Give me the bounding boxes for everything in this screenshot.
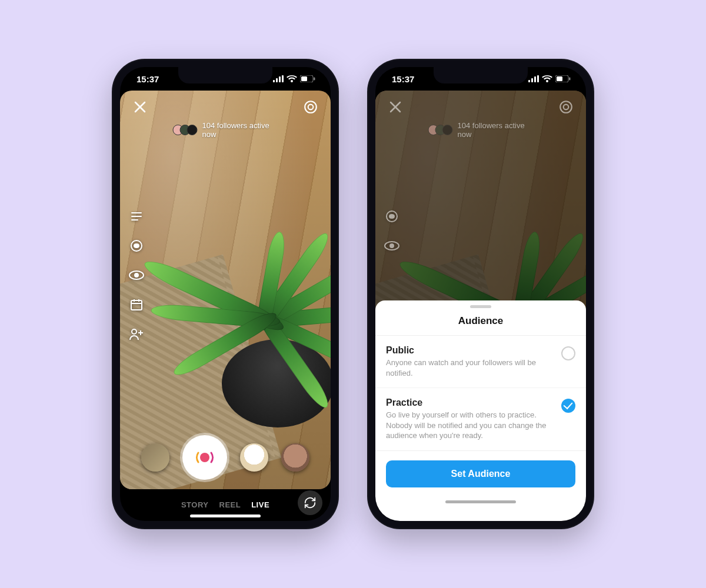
donate-tool-icon[interactable] bbox=[128, 238, 145, 254]
svg-rect-27 bbox=[534, 76, 536, 82]
schedule-tool-icon[interactable] bbox=[128, 296, 145, 313]
option-title: Practice bbox=[386, 397, 554, 408]
svg-rect-3 bbox=[282, 75, 284, 82]
mode-live[interactable]: LIVE bbox=[251, 500, 269, 509]
media-gallery-thumb[interactable] bbox=[141, 443, 169, 472]
svg-rect-6 bbox=[314, 78, 315, 81]
svg-rect-31 bbox=[569, 78, 571, 81]
audience-tool-icon[interactable] bbox=[384, 238, 400, 254]
status-time: 15:37 bbox=[136, 74, 159, 84]
close-icon[interactable] bbox=[131, 98, 149, 116]
settings-gear-icon[interactable] bbox=[301, 98, 320, 116]
sheet-title: Audience bbox=[375, 313, 586, 336]
mode-story[interactable]: STORY bbox=[181, 500, 209, 509]
svg-point-16 bbox=[135, 273, 138, 277]
svg-rect-25 bbox=[528, 80, 530, 82]
svg-rect-30 bbox=[557, 76, 562, 81]
cellular-icon bbox=[528, 75, 539, 82]
home-indicator[interactable] bbox=[445, 500, 516, 503]
effects-carousel[interactable] bbox=[120, 435, 331, 480]
device-notch bbox=[178, 67, 272, 83]
device-notch bbox=[434, 67, 528, 83]
followers-active-text: 104 followers active now bbox=[458, 121, 534, 139]
svg-point-24 bbox=[200, 453, 209, 462]
set-audience-button[interactable]: Set Audience bbox=[386, 460, 575, 487]
face-filter-thumb[interactable] bbox=[281, 443, 309, 472]
close-icon[interactable] bbox=[386, 98, 405, 116]
svg-point-9 bbox=[305, 101, 317, 113]
invite-tool-icon[interactable] bbox=[128, 326, 145, 342]
wifi-icon bbox=[542, 75, 552, 82]
wifi-icon bbox=[287, 75, 297, 82]
follower-avatars-icon bbox=[428, 125, 453, 135]
status-time: 15:37 bbox=[392, 74, 414, 84]
svg-point-38 bbox=[390, 244, 394, 248]
svg-rect-0 bbox=[273, 80, 275, 82]
svg-rect-1 bbox=[276, 78, 278, 82]
mode-reel[interactable]: REEL bbox=[219, 500, 241, 509]
flip-camera-icon[interactable] bbox=[298, 490, 322, 515]
followers-active-indicator[interactable]: 104 followers active now bbox=[173, 121, 278, 139]
donate-tool-icon[interactable] bbox=[384, 208, 400, 225]
settings-gear-icon[interactable] bbox=[557, 98, 575, 116]
radio-checked-icon[interactable] bbox=[561, 399, 575, 413]
follower-avatars-icon bbox=[173, 125, 198, 135]
audience-option-practice[interactable]: Practice Go live by yourself or with oth… bbox=[375, 388, 586, 451]
svg-rect-28 bbox=[537, 75, 539, 82]
phone-audience-sheet: 15:37 bbox=[367, 59, 594, 529]
battery-icon bbox=[555, 75, 571, 82]
sheet-grabber[interactable] bbox=[470, 305, 491, 308]
svg-rect-5 bbox=[301, 76, 307, 81]
go-live-button[interactable] bbox=[182, 435, 227, 480]
battery-icon bbox=[300, 75, 315, 82]
svg-rect-2 bbox=[279, 76, 281, 82]
svg-rect-17 bbox=[131, 300, 142, 310]
svg-point-35 bbox=[564, 105, 569, 110]
cellular-icon bbox=[273, 75, 284, 82]
followers-active-indicator: 104 followers active now bbox=[428, 121, 534, 139]
camera-viewport bbox=[120, 91, 331, 489]
radio-unchecked-icon[interactable] bbox=[561, 346, 575, 360]
option-description: Go live by yourself or with others to pr… bbox=[386, 410, 554, 441]
phone-live-camera: 15:37 bbox=[112, 59, 339, 529]
title-tool-icon[interactable] bbox=[128, 208, 145, 225]
home-indicator[interactable] bbox=[190, 514, 261, 517]
svg-point-10 bbox=[308, 105, 314, 110]
option-description: Anyone can watch and your followers will… bbox=[386, 358, 554, 378]
audience-tool-icon[interactable] bbox=[128, 267, 145, 283]
live-side-tools bbox=[128, 208, 145, 342]
audience-bottom-sheet: Audience Public Anyone can watch and you… bbox=[375, 300, 586, 521]
followers-active-text: 104 followers active now bbox=[202, 121, 278, 139]
live-side-tools bbox=[384, 208, 400, 254]
svg-point-34 bbox=[560, 101, 572, 113]
svg-rect-26 bbox=[531, 78, 533, 82]
svg-point-21 bbox=[132, 329, 136, 334]
audience-option-public[interactable]: Public Anyone can watch and your followe… bbox=[375, 336, 586, 388]
option-title: Public bbox=[386, 345, 554, 356]
glasses-filter-thumb[interactable] bbox=[240, 443, 268, 472]
